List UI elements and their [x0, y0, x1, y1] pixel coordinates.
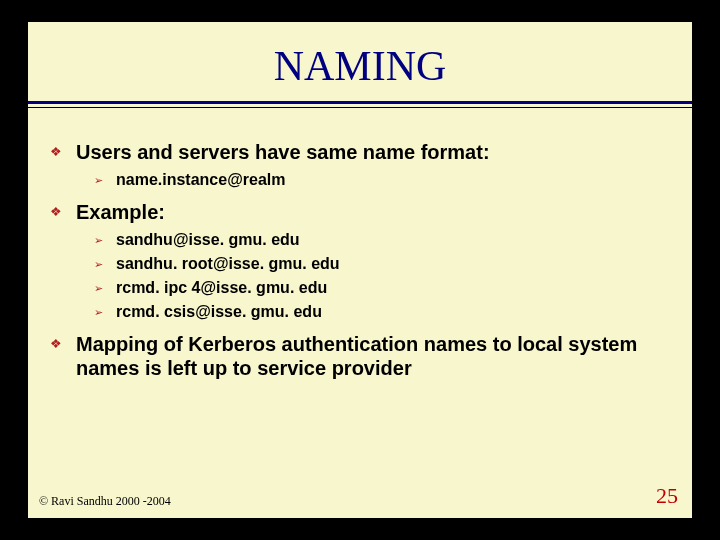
sub-bullet-item: ➢ sandhu@isse. gmu. edu — [94, 230, 674, 250]
chevron-bullet-icon: ➢ — [94, 230, 116, 250]
sub-bullet-item: ➢ sandhu. root@isse. gmu. edu — [94, 254, 674, 274]
bullet-item: ❖ Users and servers have same name forma… — [46, 140, 674, 164]
sub-bullet-item: ➢ name.instance@realm — [94, 170, 674, 190]
diamond-bullet-icon: ❖ — [46, 140, 76, 164]
bullet-text: Users and servers have same name format: — [76, 140, 490, 164]
sub-bullet-text: sandhu. root@isse. gmu. edu — [116, 254, 340, 274]
page-number: 25 — [656, 483, 678, 509]
bullet-item: ❖ Example: — [46, 200, 674, 224]
slide: NAMING ❖ Users and servers have same nam… — [28, 22, 692, 518]
sub-bullet-text: rcmd. ipc 4@isse. gmu. edu — [116, 278, 327, 298]
chevron-bullet-icon: ➢ — [94, 278, 116, 298]
sub-bullet-text: rcmd. csis@isse. gmu. edu — [116, 302, 322, 322]
sub-bullet-item: ➢ rcmd. csis@isse. gmu. edu — [94, 302, 674, 322]
bullet-text: Mapping of Kerberos authentication names… — [76, 332, 674, 380]
content-area: ❖ Users and servers have same name forma… — [28, 108, 692, 380]
bullet-item: ❖ Mapping of Kerberos authentication nam… — [46, 332, 674, 380]
slide-title: NAMING — [28, 42, 692, 90]
diamond-bullet-icon: ❖ — [46, 332, 76, 380]
chevron-bullet-icon: ➢ — [94, 170, 116, 190]
diamond-bullet-icon: ❖ — [46, 200, 76, 224]
sub-bullet-item: ➢ rcmd. ipc 4@isse. gmu. edu — [94, 278, 674, 298]
footer: © Ravi Sandhu 2000 -2004 25 — [39, 483, 678, 509]
sub-bullet-text: name.instance@realm — [116, 170, 285, 190]
bullet-text: Example: — [76, 200, 165, 224]
copyright-text: © Ravi Sandhu 2000 -2004 — [39, 494, 171, 509]
chevron-bullet-icon: ➢ — [94, 302, 116, 322]
sub-bullet-text: sandhu@isse. gmu. edu — [116, 230, 300, 250]
chevron-bullet-icon: ➢ — [94, 254, 116, 274]
title-underline-thick — [28, 101, 692, 104]
